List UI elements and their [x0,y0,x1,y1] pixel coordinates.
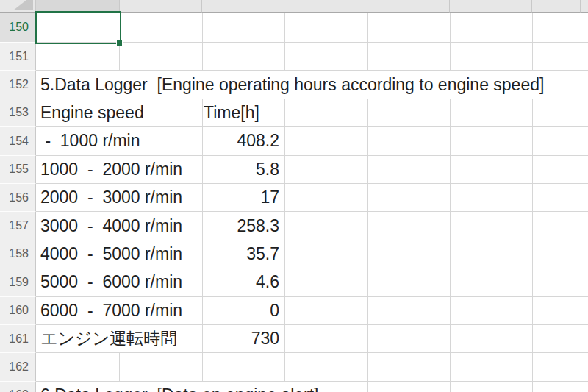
grid-rows: 1501511525.Data Logger [Engine operating… [0,13,588,392]
row-header-158[interactable]: 158 [0,240,36,268]
row-159-cells[interactable]: 5000 - 6000 r/min4.6 [36,268,588,296]
row-157-cells[interactable]: 3000 - 4000 r/min258.3 [36,212,588,240]
gridline [368,297,368,324]
sheet-row-159: 1595000 - 6000 r/min4.6 [0,268,588,296]
column-header-b[interactable] [120,0,202,13]
gridline [532,13,533,42]
row-header-152[interactable]: 152 [0,71,36,99]
sheet-row-152: 1525.Data Logger [Engine operating hours… [0,71,588,99]
sheet-row-163: 1636.Data Logger [Data on engine alert] [0,382,588,392]
gridline [581,212,581,239]
sheet-row-158: 1584000 - 5000 r/min35.7 [0,240,588,268]
cell-value: 258.3 [202,216,283,236]
sheet-row-162: 162 [0,353,588,381]
gridline [450,240,451,268]
gridline [368,156,368,183]
row-header-155[interactable]: 155 [0,156,36,184]
cell-label: 2000 - 3000 r/min [40,188,182,207]
gridline [202,13,203,42]
gridline [581,297,581,324]
row-header-151[interactable]: 151 [0,43,36,71]
row-header-156[interactable]: 156 [0,184,36,212]
gridline [450,382,451,392]
row-header-162[interactable]: 162 [0,353,36,381]
gridline [368,240,368,268]
row-header-163[interactable]: 163 [0,382,36,392]
gridline [532,353,533,380]
cell-text: 5.Data Logger [Engine operating hours ac… [40,75,544,95]
gridline [532,127,533,154]
gridline [284,127,285,154]
gridline [532,43,533,70]
column-header-h[interactable] [581,0,588,13]
row-163-cells[interactable]: 6.Data Logger [Data on engine alert] [36,382,588,392]
gridline [284,268,285,296]
column-header-d[interactable] [284,0,368,13]
cell-value: 17 [202,188,283,207]
gridline [202,99,203,126]
row-header-161[interactable]: 161 [0,325,36,353]
sheet-row-157: 1573000 - 4000 r/min258.3 [0,212,588,240]
gridline [581,99,581,126]
gridline [368,13,368,42]
gridline [581,156,581,183]
gridline [119,353,120,380]
sheet-row-160: 1606000 - 7000 r/min0 [0,297,588,325]
column-header-g[interactable] [532,0,581,13]
gridline [202,353,203,380]
gridline [368,43,368,70]
cell-label: 3000 - 4000 r/min [40,216,182,236]
gridline [284,43,285,70]
gridline [368,212,368,239]
row-header-150[interactable]: 150 [0,13,36,43]
select-all-corner[interactable] [0,0,36,13]
row-155-cells[interactable]: 1000 - 2000 r/min5.8 [36,156,588,184]
gridline [532,212,533,239]
cell-label: 1000 - 2000 r/min [40,160,182,179]
gridline [368,268,368,296]
row-160-cells[interactable]: 6000 - 7000 r/min0 [36,297,588,325]
gridline [450,127,451,154]
cell-label: - 1000 r/min [40,131,140,151]
selection-border[interactable] [35,11,121,44]
sheet-row-161: 161エンジン運転時間730 [0,325,588,353]
gridline [368,382,368,392]
spreadsheet: 1501511525.Data Logger [Engine operating… [0,0,588,392]
gridline [532,156,533,183]
gridline [532,325,533,352]
row-161-cells[interactable]: エンジン運転時間730 [36,325,588,353]
gridline [284,156,285,183]
column-header-c[interactable] [202,0,284,13]
row-header-154[interactable]: 154 [0,127,36,155]
cell-value: 5.8 [202,160,283,179]
row-158-cells[interactable]: 4000 - 5000 r/min35.7 [36,240,588,268]
row-156-cells[interactable]: 2000 - 3000 r/min17 [36,184,588,212]
gridline [368,353,368,380]
row-152-cells[interactable]: 5.Data Logger [Engine operating hours ac… [36,71,588,99]
fill-handle[interactable] [116,40,123,46]
column-header-f[interactable] [450,0,532,13]
cell-value: 0 [202,301,283,321]
row-header-157[interactable]: 157 [0,212,36,240]
gridline [581,127,581,154]
column-header-e[interactable] [368,0,450,13]
row-153-cells[interactable]: Engine speedTime[h] [36,99,588,127]
gridline [450,325,451,352]
gridline [368,127,368,154]
gridline [581,268,581,296]
row-154-cells[interactable]: - 1000 r/min408.2 [36,127,588,155]
gridline [284,212,285,239]
row-162-cells[interactable] [36,353,588,381]
gridline [119,43,120,70]
row-header-159[interactable]: 159 [0,268,36,296]
row-151-cells[interactable] [36,43,588,71]
gridline [450,353,451,380]
cell-label: エンジン運転時間 [40,327,177,350]
gridline [368,99,368,126]
row-header-153[interactable]: 153 [0,99,36,127]
row-header-160[interactable]: 160 [0,297,36,325]
sheet-row-155: 1551000 - 2000 r/min5.8 [0,156,588,184]
gridline [284,184,285,211]
gridline [450,184,451,211]
gridline [450,156,451,183]
